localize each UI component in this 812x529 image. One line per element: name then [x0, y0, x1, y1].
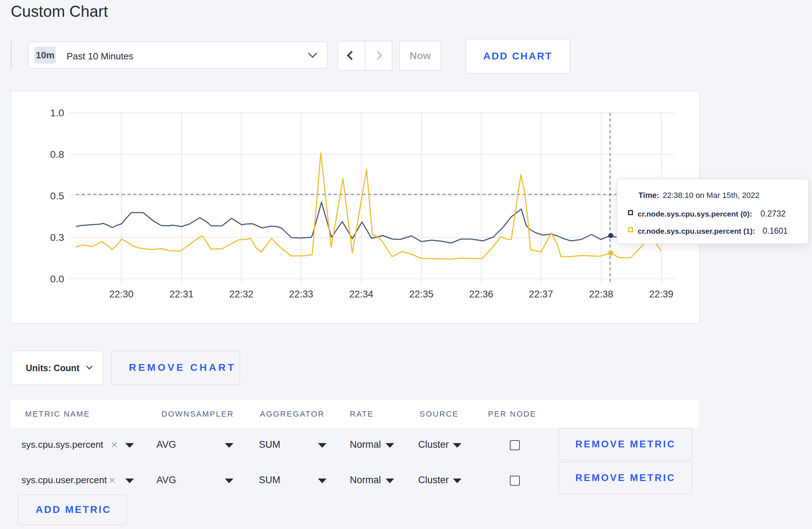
svg-text:22:30: 22:30: [109, 289, 134, 300]
svg-text:22:37: 22:37: [529, 289, 553, 300]
svg-text:22:34: 22:34: [349, 289, 373, 300]
svg-text:22:31: 22:31: [169, 289, 194, 300]
svg-text:22:32: 22:32: [229, 289, 253, 300]
svg-text:0.8: 0.8: [50, 149, 64, 160]
svg-text:0.5: 0.5: [50, 190, 64, 202]
svg-text:22:39: 22:39: [649, 289, 673, 300]
svg-text:0.0: 0.0: [50, 273, 64, 285]
svg-text:22:38: 22:38: [589, 289, 613, 300]
svg-text:0.3: 0.3: [50, 232, 64, 243]
svg-text:1.0: 1.0: [50, 107, 64, 118]
svg-text:22:36: 22:36: [469, 289, 493, 300]
svg-text:22:35: 22:35: [409, 289, 434, 300]
svg-text:22:33: 22:33: [289, 289, 313, 300]
